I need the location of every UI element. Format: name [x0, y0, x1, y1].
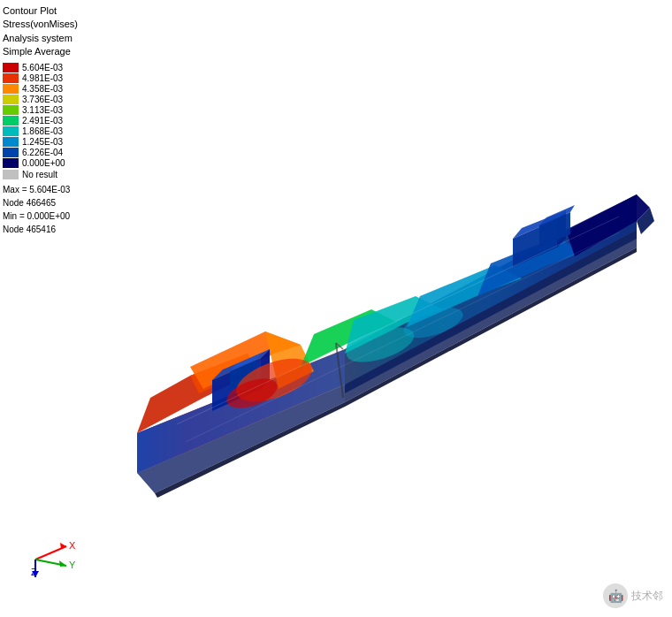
no-result-label: No result: [22, 170, 57, 179]
stat-max-node: Node 466465: [3, 196, 109, 209]
legend-label-4: 3.113E-03: [22, 105, 63, 115]
legend-label-8: 6.226E-04: [22, 148, 63, 157]
no-result-item: No result: [3, 170, 109, 179]
stat-min: Min = 0.000E+00: [3, 209, 109, 223]
legend-color-1: [3, 73, 19, 83]
svg-text:Y: Y: [69, 560, 76, 570]
legend-items: 5.604E-03 4.981E-03 4.358E-03 3.736E-03 …: [3, 63, 109, 168]
no-result-box: [3, 170, 19, 179]
legend-label-7: 1.245E-03: [22, 137, 63, 147]
legend-item: 1.868E-03: [3, 126, 109, 136]
stats-section: Max = 5.604E-03 Node 466465 Min = 0.000E…: [3, 183, 109, 236]
legend-color-3: [3, 95, 19, 104]
legend-color-4: [3, 105, 19, 115]
legend-item: 4.358E-03: [3, 84, 109, 94]
legend-label-0: 5.604E-03: [22, 63, 63, 72]
legend-item: 3.113E-03: [3, 105, 109, 115]
legend-label-9: 0.000E+00: [22, 158, 65, 168]
legend-color-5: [3, 116, 19, 126]
svg-marker-39: [59, 560, 66, 567]
main-canvas: Contour Plot Stress(vonMises) Analysis s…: [0, 0, 672, 617]
legend-panel: Contour Plot Stress(vonMises) Analysis s…: [3, 4, 109, 236]
legend-item: 6.226E-04: [3, 148, 109, 157]
svg-text:X: X: [69, 540, 76, 551]
legend-label-5: 2.491E-03: [22, 116, 63, 126]
axis-indicator: X Y Z: [9, 511, 80, 582]
legend-color-8: [3, 148, 19, 157]
legend-color-0: [3, 63, 19, 72]
stat-max: Max = 5.604E-03: [3, 183, 109, 196]
legend-color-9: [3, 158, 19, 168]
watermark-icon: 🤖: [603, 583, 628, 608]
legend-label-1: 4.981E-03: [22, 73, 63, 83]
legend-title: Contour Plot Stress(vonMises) Analysis s…: [3, 4, 109, 59]
watermark-text: 技术邻: [631, 589, 663, 604]
stat-min-node: Node 465416: [3, 223, 109, 236]
legend-item: 2.491E-03: [3, 116, 109, 126]
legend-label-6: 1.868E-03: [22, 126, 63, 136]
svg-text:Z: Z: [31, 567, 37, 577]
legend-item: 0.000E+00: [3, 158, 109, 168]
legend-label-3: 3.736E-03: [22, 95, 63, 104]
legend-item: 3.736E-03: [3, 95, 109, 104]
legend-item: 1.245E-03: [3, 137, 109, 147]
legend-item: 4.981E-03: [3, 73, 109, 83]
legend-color-6: [3, 126, 19, 136]
legend-label-2: 4.358E-03: [22, 84, 63, 94]
watermark: 🤖 技术邻: [603, 583, 663, 608]
legend-item: 5.604E-03: [3, 63, 109, 72]
legend-color-7: [3, 137, 19, 147]
legend-color-2: [3, 84, 19, 94]
